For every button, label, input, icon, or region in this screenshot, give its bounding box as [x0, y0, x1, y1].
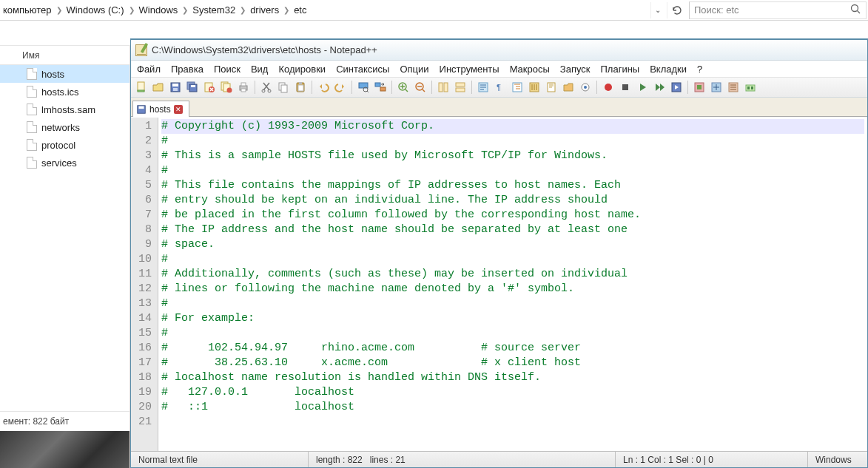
- breadcrumb-segment[interactable]: компьютер: [3, 4, 52, 16]
- file-item[interactable]: hosts.ics: [0, 83, 129, 101]
- open-file-button[interactable]: [151, 80, 166, 95]
- paste-button[interactable]: [293, 80, 308, 95]
- address-dropdown[interactable]: ⌄: [650, 2, 664, 18]
- svg-rect-56: [139, 106, 144, 109]
- file-item[interactable]: services: [0, 154, 129, 172]
- udl-button[interactable]: [527, 80, 542, 95]
- window-titlebar[interactable]: C:\Windows\System32\drivers\etc\hosts - …: [131, 40, 867, 61]
- search-input[interactable]: Поиск: etc: [689, 1, 867, 19]
- file-item[interactable]: hosts: [0, 65, 129, 83]
- file-label: networks: [41, 122, 80, 133]
- file-label: lmhosts.sam: [41, 104, 95, 115]
- file-item[interactable]: networks: [0, 118, 129, 136]
- stop-macro-button[interactable]: [618, 80, 633, 95]
- status-bar: Normal text file length : 822 lines : 21…: [131, 451, 867, 467]
- tab-close-button[interactable]: ✕: [174, 105, 183, 114]
- menu-item[interactable]: Синтаксисы: [336, 64, 389, 75]
- explorer-file-panel: Имя hostshosts.icslmhosts.samnetworkspro…: [0, 46, 130, 468]
- file-item[interactable]: lmhosts.sam: [0, 101, 129, 118]
- svg-line-31: [406, 89, 408, 92]
- breadcrumb-sep-icon: ❯: [182, 6, 188, 14]
- breadcrumb-sep-icon: ❯: [56, 6, 62, 14]
- record-macro-button[interactable]: [601, 80, 616, 95]
- svg-point-45: [605, 84, 612, 91]
- close-all-button[interactable]: [219, 80, 234, 95]
- copy-button[interactable]: [276, 80, 291, 95]
- breadcrumb[interactable]: компьютер❯Windows (C:)❯Windows❯System32❯…: [3, 1, 647, 19]
- close-file-button[interactable]: [202, 80, 217, 95]
- play-macro-button[interactable]: [635, 80, 650, 95]
- play-multi-button[interactable]: [652, 80, 667, 95]
- new-file-button[interactable]: [134, 80, 149, 95]
- tab-label: hosts: [149, 104, 171, 115]
- sync-h-button[interactable]: [453, 80, 468, 95]
- show-all-chars-button[interactable]: ¶: [493, 80, 508, 95]
- file-label: services: [41, 157, 77, 169]
- redo-button[interactable]: [333, 80, 348, 95]
- breadcrumb-segment[interactable]: etc: [294, 4, 306, 16]
- editor[interactable]: 123456789101112131415161718192021 # Copy…: [131, 117, 867, 451]
- file-icon: [27, 157, 37, 169]
- menu-item[interactable]: Запуск: [560, 64, 591, 75]
- menu-item[interactable]: Вид: [251, 64, 269, 75]
- menu-item[interactable]: Вкладки: [650, 64, 687, 75]
- undo-button[interactable]: [316, 80, 331, 95]
- tab-hosts[interactable]: hosts ✕: [132, 101, 189, 117]
- menu-item[interactable]: Кодировки: [278, 64, 326, 75]
- tab-strip: hosts ✕: [131, 98, 867, 117]
- svg-rect-37: [456, 88, 465, 92]
- find-button[interactable]: [356, 80, 371, 95]
- menu-item[interactable]: Поиск: [214, 64, 240, 75]
- breadcrumb-segment[interactable]: Windows (C:): [67, 4, 124, 16]
- window-title: C:\Windows\System32\drivers\etc\hosts - …: [152, 44, 377, 55]
- save-macro-button[interactable]: [669, 80, 684, 95]
- svg-rect-9: [191, 85, 195, 87]
- cut-button[interactable]: [259, 80, 274, 95]
- extra1-button[interactable]: [692, 80, 707, 95]
- breadcrumb-sep-icon: ❯: [129, 6, 135, 14]
- svg-rect-28: [375, 83, 380, 87]
- extra3-button[interactable]: [726, 80, 741, 95]
- zoom-in-button[interactable]: [396, 80, 411, 95]
- svg-rect-21: [281, 85, 287, 92]
- file-icon: [27, 121, 37, 133]
- save-button[interactable]: [168, 80, 183, 95]
- menu-item[interactable]: Плагины: [601, 64, 640, 75]
- svg-rect-16: [241, 83, 246, 86]
- svg-rect-46: [622, 84, 628, 90]
- folder-as-workspace-button[interactable]: [561, 80, 576, 95]
- print-button[interactable]: [236, 80, 251, 95]
- svg-rect-49: [697, 85, 702, 89]
- menu-item[interactable]: Макросы: [510, 64, 550, 75]
- file-item[interactable]: protocol: [0, 136, 129, 154]
- svg-point-14: [227, 88, 232, 93]
- menu-item[interactable]: ?: [697, 64, 702, 75]
- extra4-button[interactable]: [743, 80, 758, 95]
- wordwrap-button[interactable]: [476, 80, 491, 95]
- extra2-button[interactable]: [709, 80, 724, 95]
- breadcrumb-segment[interactable]: Windows: [139, 4, 178, 16]
- svg-line-33: [423, 89, 425, 92]
- save-all-button[interactable]: [185, 80, 200, 95]
- code-area[interactable]: # Copyright (c) 1993-2009 Microsoft Corp…: [158, 118, 867, 451]
- refresh-button[interactable]: [667, 2, 686, 18]
- file-icon: [27, 104, 37, 115]
- column-header-name[interactable]: Имя: [0, 46, 129, 65]
- menu-item[interactable]: Опции: [400, 64, 428, 75]
- svg-point-0: [852, 5, 858, 12]
- replace-button[interactable]: [373, 80, 388, 95]
- breadcrumb-segment[interactable]: System32: [192, 4, 235, 16]
- breadcrumb-segment[interactable]: drivers: [250, 4, 279, 16]
- indent-guide-button[interactable]: [510, 80, 525, 95]
- menu-item[interactable]: Инструменты: [440, 64, 499, 75]
- doc-map-button[interactable]: [544, 80, 559, 95]
- menu-item[interactable]: Файл: [137, 64, 161, 75]
- file-label: protocol: [41, 140, 75, 151]
- monitoring-button[interactable]: [578, 80, 593, 95]
- svg-rect-53: [747, 87, 750, 89]
- zoom-out-button[interactable]: [413, 80, 428, 95]
- menu-item[interactable]: Правка: [171, 64, 203, 75]
- sync-v-button[interactable]: [436, 80, 451, 95]
- svg-rect-36: [456, 83, 465, 87]
- explorer-preview-thumb: [0, 431, 129, 468]
